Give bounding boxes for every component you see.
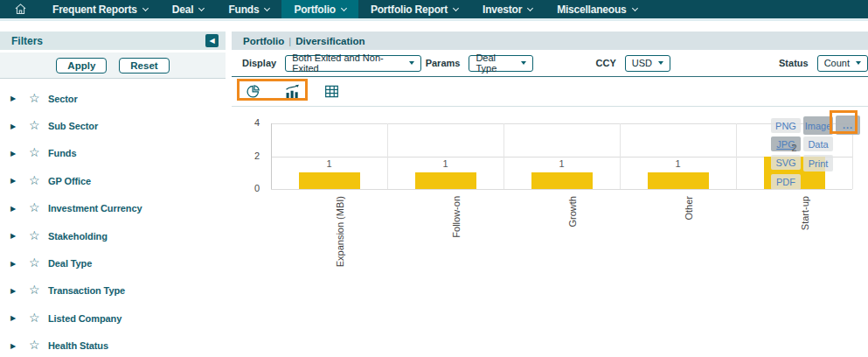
export-print-menu-item[interactable]: Print bbox=[803, 155, 833, 172]
nav-item-deal[interactable]: Deal bbox=[160, 0, 217, 18]
ccy-label: CCY bbox=[596, 58, 616, 68]
apply-button[interactable]: Apply bbox=[56, 58, 107, 74]
bar-chart-view-button[interactable] bbox=[284, 84, 301, 99]
export-more-button[interactable]: ... bbox=[836, 116, 860, 135]
filter-label: Sector bbox=[48, 94, 78, 104]
favorite-star-icon[interactable]: ☆ bbox=[29, 256, 48, 270]
expand-arrow-icon[interactable]: ▶ bbox=[10, 260, 29, 268]
chevron-down-icon bbox=[341, 4, 347, 10]
expand-arrow-icon[interactable]: ▶ bbox=[10, 94, 29, 102]
favorite-star-icon[interactable]: ☆ bbox=[29, 283, 48, 297]
favorite-star-icon[interactable]: ☆ bbox=[29, 228, 48, 242]
filter-item-deal-type[interactable]: ▶☆Deal Type bbox=[0, 249, 226, 276]
gridline bbox=[387, 123, 388, 189]
chevron-down-icon bbox=[527, 4, 533, 10]
breadcrumb-section: Portfolio bbox=[243, 36, 284, 46]
filter-item-health-status[interactable]: ▶☆Health Status bbox=[0, 332, 226, 357]
chart-controls: Display Both Exited and Non-Exited Param… bbox=[232, 50, 868, 77]
favorite-star-icon[interactable]: ☆ bbox=[29, 200, 48, 214]
x-axis-label: Other bbox=[684, 196, 694, 220]
app-window: Frequent Reports Deal Funds Portfolio Po… bbox=[0, 0, 868, 357]
nav-label: Deal bbox=[172, 4, 194, 16]
bar-other[interactable] bbox=[648, 172, 709, 189]
top-nav: Frequent Reports Deal Funds Portfolio Po… bbox=[0, 0, 868, 18]
status-select[interactable]: Count bbox=[817, 55, 868, 72]
nav-item-funds[interactable]: Funds bbox=[216, 0, 281, 18]
expand-arrow-icon[interactable]: ▶ bbox=[10, 150, 29, 158]
filter-item-funds[interactable]: ▶☆Funds bbox=[0, 140, 226, 167]
bar-growth[interactable] bbox=[531, 172, 593, 189]
favorite-star-icon[interactable]: ☆ bbox=[29, 91, 48, 105]
filter-label: Listed Company bbox=[48, 313, 122, 324]
favorite-star-icon[interactable]: ☆ bbox=[29, 311, 48, 325]
nav-label: Portfolio bbox=[294, 4, 336, 16]
display-select[interactable]: Both Exited and Non-Exited bbox=[285, 55, 421, 72]
export-image-menu-item[interactable]: Image bbox=[803, 116, 833, 135]
bar-chart: PNG JPG SVG PDF Image Data Print ... 024… bbox=[232, 108, 868, 268]
filter-label: GP Office bbox=[48, 176, 91, 186]
filter-item-listed-company[interactable]: ▶☆Listed Company bbox=[0, 304, 226, 332]
gridline bbox=[271, 123, 852, 124]
nav-item-investor[interactable]: Investor bbox=[470, 0, 545, 18]
reset-button[interactable]: Reset bbox=[119, 58, 169, 74]
filter-item-gp-office[interactable]: ▶☆GP Office bbox=[0, 167, 226, 194]
expand-arrow-icon[interactable]: ▶ bbox=[10, 287, 29, 295]
x-axis-label: Expansion (MBI) bbox=[335, 196, 345, 267]
filter-label: Health Status bbox=[48, 340, 108, 351]
collapse-sidebar-button[interactable]: ◀ bbox=[205, 34, 219, 47]
filter-item-transaction-type[interactable]: ▶☆Transaction Type bbox=[0, 277, 226, 304]
favorite-star-icon[interactable]: ☆ bbox=[29, 118, 48, 132]
nav-item-miscellaneous[interactable]: Miscellaneous bbox=[545, 0, 649, 18]
nav-item-frequent-reports[interactable]: Frequent Reports bbox=[40, 0, 160, 18]
filter-list: ▶☆Sector ▶☆Sub Sector ▶☆Funds ▶☆GP Offic… bbox=[0, 79, 226, 357]
nav-item-portfolio-report[interactable]: Portfolio Report bbox=[358, 0, 470, 18]
params-select[interactable]: Deal Type bbox=[469, 55, 532, 72]
expand-arrow-icon[interactable]: ▶ bbox=[10, 177, 29, 185]
bar-value-label: 1 bbox=[428, 158, 463, 169]
expand-arrow-icon[interactable]: ▶ bbox=[10, 314, 29, 322]
expand-arrow-icon[interactable]: ▶ bbox=[10, 122, 29, 130]
filter-label: Transaction Type bbox=[48, 285, 125, 296]
filter-item-stakeholding[interactable]: ▶☆Stakeholding bbox=[0, 222, 226, 249]
bar-expansion-mbi-[interactable] bbox=[299, 172, 360, 189]
filter-item-sector[interactable]: ▶☆Sector bbox=[0, 85, 226, 112]
caret-down-icon bbox=[658, 61, 663, 65]
filter-item-sub-sector[interactable]: ▶☆Sub Sector bbox=[0, 112, 226, 139]
gridline bbox=[620, 123, 621, 189]
x-axis-label: Follow-on bbox=[451, 196, 462, 238]
home-button[interactable] bbox=[0, 0, 40, 18]
export-svg-button[interactable]: SVG bbox=[771, 155, 801, 170]
table-view-button[interactable] bbox=[324, 85, 339, 98]
caret-down-icon bbox=[856, 61, 861, 65]
expand-arrow-icon[interactable]: ▶ bbox=[10, 342, 29, 350]
filters-title: Filters bbox=[11, 35, 205, 47]
nav-label: Frequent Reports bbox=[52, 4, 137, 16]
y-axis-line bbox=[271, 123, 272, 189]
expand-arrow-icon[interactable]: ▶ bbox=[10, 232, 29, 240]
expand-arrow-icon[interactable]: ▶ bbox=[10, 205, 29, 213]
gridline bbox=[271, 189, 852, 190]
breadcrumb: Portfolio | Diversification bbox=[232, 32, 868, 50]
filter-item-investment-currency[interactable]: ▶☆Investment Currency bbox=[0, 195, 226, 222]
params-label: Params bbox=[426, 58, 461, 68]
filter-label: Stakeholding bbox=[48, 231, 108, 242]
ccy-select[interactable]: USD bbox=[625, 55, 670, 72]
pie-chart-view-button[interactable] bbox=[246, 84, 260, 99]
bar-value-label: 2 bbox=[777, 143, 812, 153]
export-pdf-button[interactable]: PDF bbox=[771, 174, 801, 190]
nav-item-portfolio[interactable]: Portfolio bbox=[281, 0, 358, 18]
export-png-button[interactable]: PNG bbox=[771, 118, 801, 133]
breadcrumb-page: Diversification bbox=[295, 36, 365, 46]
chevron-down-icon bbox=[632, 4, 638, 10]
caret-down-icon bbox=[521, 61, 526, 65]
y-axis-tick-label: 2 bbox=[233, 150, 260, 161]
favorite-star-icon[interactable]: ☆ bbox=[29, 173, 48, 187]
chevron-down-icon bbox=[264, 4, 270, 10]
filter-label: Funds bbox=[48, 148, 77, 158]
bar-chart-icon bbox=[284, 84, 301, 99]
home-icon bbox=[14, 3, 27, 16]
favorite-star-icon[interactable]: ☆ bbox=[29, 145, 48, 159]
favorite-star-icon[interactable]: ☆ bbox=[29, 338, 48, 352]
bar-follow-on[interactable] bbox=[415, 172, 476, 189]
filter-label: Deal Type bbox=[48, 258, 92, 269]
